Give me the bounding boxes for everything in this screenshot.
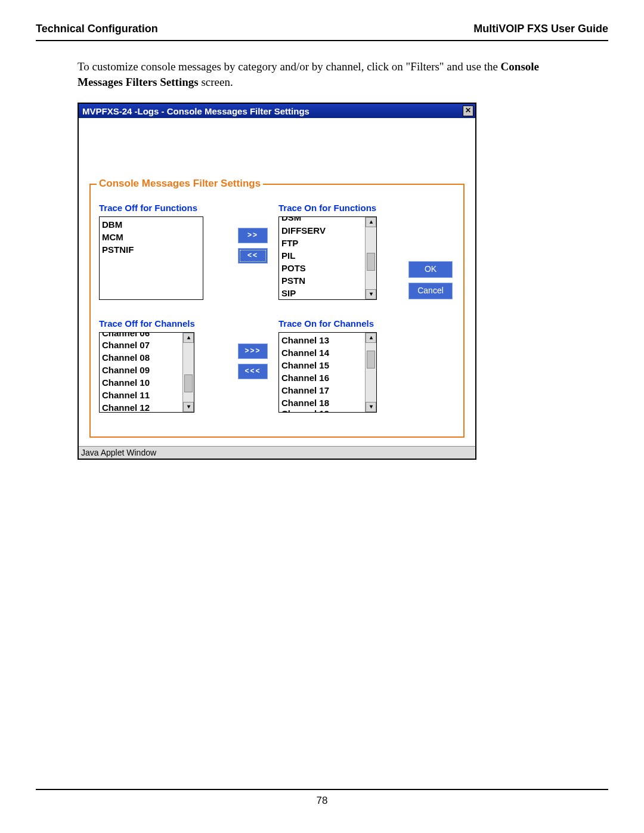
trace-off-channels-label: Trace Off for Channels <box>99 318 227 329</box>
list-item-cut: Channel 06 <box>102 333 182 339</box>
header-right: MultiVOIP FXS User Guide <box>473 23 608 35</box>
scroll-down-icon[interactable]: ▾ <box>366 289 376 299</box>
list-item-cut: DSM <box>281 217 364 224</box>
scroll-up-icon[interactable]: ▴ <box>183 333 194 343</box>
scrollbar[interactable]: ▴ ▾ <box>365 333 376 412</box>
trace-off-functions-group: Trace Off for Functions DBM MCM PSTNIF <box>99 203 227 300</box>
page-header: Technical Configuration MultiVOIP FXS Us… <box>36 23 608 41</box>
trace-off-channels-list[interactable]: Channel 06 Channel 07 Channel 08 Channel… <box>99 332 194 413</box>
list-item[interactable]: FTP <box>281 237 374 249</box>
trace-on-channels-label: Trace On for Channels <box>278 318 398 329</box>
trace-on-functions-list[interactable]: DSM DIFFSERV FTP PIL POTS PSTN SIP ▴ <box>278 216 377 300</box>
trace-on-channels-group: Trace On for Channels Channel 13 Channel… <box>278 318 398 413</box>
intro-post: screen. <box>199 76 233 88</box>
move-left-channels-button[interactable]: <<< <box>238 364 268 379</box>
list-item[interactable]: Channel 16 <box>281 371 374 384</box>
status-bar: Java Applet Window <box>79 446 475 459</box>
scrollbar[interactable]: ▴ ▾ <box>365 217 376 299</box>
list-item[interactable]: SIP <box>281 287 374 299</box>
body-paragraph: To customize console messages by categor… <box>78 59 566 89</box>
list-item[interactable]: MCM <box>102 231 200 243</box>
move-left-functions-button[interactable]: << <box>238 248 268 264</box>
intro-pre: To customize console messages by categor… <box>78 60 501 73</box>
scroll-thumb[interactable] <box>367 351 375 368</box>
dialog-title: MVPFXS-24 -Logs - Console Messages Filte… <box>82 106 309 116</box>
status-text: Java Applet Window <box>81 448 156 457</box>
close-icon: ✕ <box>465 106 471 114</box>
list-item[interactable]: Channel 07 <box>102 339 191 351</box>
trace-off-channels-group: Trace Off for Channels Channel 06 Channe… <box>99 318 227 413</box>
trace-off-functions-list[interactable]: DBM MCM PSTNIF <box>99 216 203 300</box>
list-item[interactable]: PIL <box>281 249 374 262</box>
functions-move-buttons: >> << <box>227 203 278 266</box>
list-item[interactable]: DIFFSERV <box>281 224 374 237</box>
list-item[interactable]: Channel 11 <box>102 389 191 401</box>
list-item[interactable]: Channel 17 <box>281 384 374 397</box>
dialog-body: Console Messages Filter Settings Trace O… <box>79 118 475 446</box>
scroll-thumb[interactable] <box>184 374 193 392</box>
dialog-screenshot: MVPFXS-24 -Logs - Console Messages Filte… <box>78 103 476 460</box>
action-buttons-group: OK Cancel <box>398 203 453 304</box>
cancel-button[interactable]: Cancel <box>408 283 453 299</box>
dialog-titlebar: MVPFXS-24 -Logs - Console Messages Filte… <box>79 104 475 118</box>
page-number: 78 <box>317 795 328 806</box>
trace-on-functions-group: Trace On for Functions DSM DIFFSERV FTP … <box>278 203 398 300</box>
list-item[interactable]: DBM <box>102 218 200 231</box>
close-button[interactable]: ✕ <box>463 106 473 116</box>
list-item[interactable]: Channel 15 <box>281 359 374 371</box>
list-item[interactable]: Channel 14 <box>281 346 374 359</box>
functions-row: Trace Off for Functions DBM MCM PSTNIF >… <box>99 203 455 304</box>
fieldset-legend: Console Messages Filter Settings <box>97 178 263 190</box>
trace-on-channels-list[interactable]: Channel 13 Channel 14 Channel 15 Channel… <box>278 332 377 413</box>
list-item[interactable]: PSTN <box>281 274 374 287</box>
trace-on-functions-label: Trace On for Functions <box>278 203 398 213</box>
scroll-thumb[interactable] <box>367 253 375 271</box>
trace-off-functions-label: Trace Off for Functions <box>99 203 227 213</box>
page-footer: 78 <box>36 789 608 807</box>
list-item-cut: Channel 19 <box>281 408 329 412</box>
header-left: Technical Configuration <box>36 23 158 35</box>
scroll-up-icon[interactable]: ▴ <box>366 333 376 343</box>
list-item[interactable]: PSTNIF <box>102 243 200 256</box>
ok-button[interactable]: OK <box>408 261 453 278</box>
scroll-down-icon[interactable]: ▾ <box>366 402 376 412</box>
move-right-functions-button[interactable]: >> <box>238 228 268 243</box>
list-item[interactable]: Channel 10 <box>102 376 191 389</box>
scroll-down-icon[interactable]: ▾ <box>183 402 194 412</box>
move-right-channels-button[interactable]: >>> <box>238 343 268 359</box>
scroll-up-icon[interactable]: ▴ <box>366 217 376 227</box>
list-item[interactable]: Channel 13 <box>281 334 374 346</box>
filter-settings-fieldset: Console Messages Filter Settings Trace O… <box>89 184 465 438</box>
list-item[interactable]: POTS <box>281 262 374 274</box>
list-item[interactable]: Channel 09 <box>102 364 191 376</box>
channels-row: Trace Off for Channels Channel 06 Channe… <box>99 318 455 413</box>
channels-move-buttons: >>> <<< <box>227 318 278 382</box>
list-item[interactable]: Channel 08 <box>102 351 191 364</box>
scrollbar[interactable]: ▴ ▾ <box>182 333 194 412</box>
list-item[interactable]: Channel 12 <box>102 401 191 413</box>
